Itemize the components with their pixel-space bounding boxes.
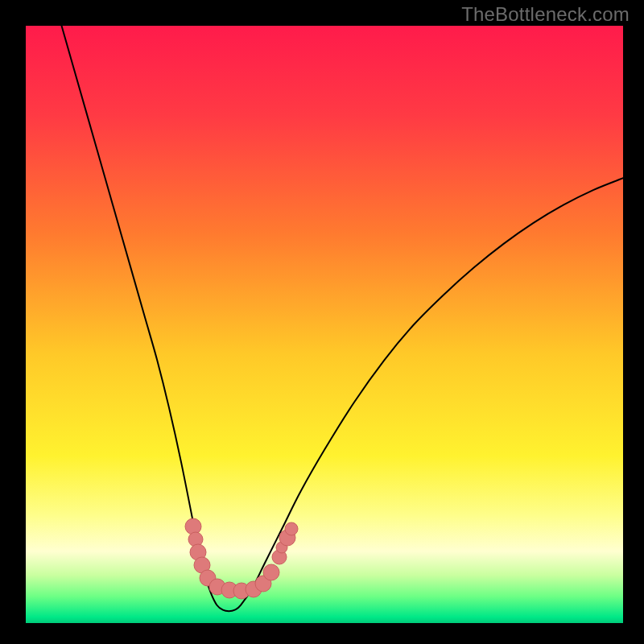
curve-marker (285, 522, 298, 535)
bottleneck-chart (0, 0, 644, 644)
chart-frame: TheBottleneck.com (0, 0, 644, 644)
plot-background (26, 26, 623, 623)
curve-marker (263, 564, 279, 580)
